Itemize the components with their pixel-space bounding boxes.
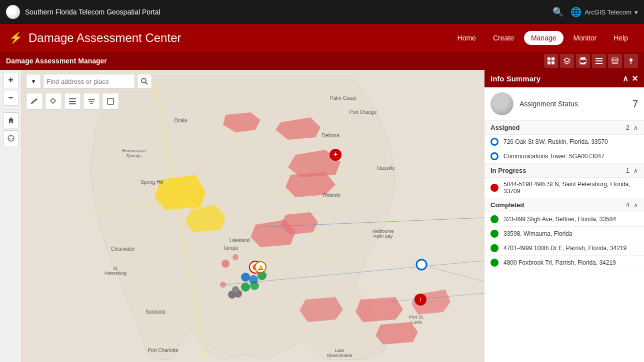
nav-manage[interactable]: Manage <box>524 31 564 45</box>
svg-marker-50 <box>356 297 403 322</box>
list-tool-button[interactable] <box>64 93 81 110</box>
section-chevron-assigned[interactable]: ∧ <box>634 124 638 131</box>
svg-point-15 <box>630 58 632 61</box>
section-header-inprogress[interactable]: In Progress 1 ∧ <box>484 164 644 178</box>
svg-text:Port St.: Port St. <box>409 315 424 320</box>
map-svg: + ! ! <box>22 70 484 362</box>
section-chevron-completed[interactable]: ∧ <box>634 202 638 209</box>
svg-rect-12 <box>612 58 618 60</box>
dot-completed-0 <box>490 215 498 223</box>
status-avatar <box>490 92 514 115</box>
search-dropdown-button[interactable]: ▾ <box>26 74 41 89</box>
search-input-wrap <box>43 74 135 89</box>
app-header-left: ⚡ Damage Assessment Center <box>9 31 181 45</box>
svg-rect-3 <box>552 61 554 64</box>
svg-text:Sarasota: Sarasota <box>146 309 166 315</box>
pin-icon-btn[interactable] <box>624 54 638 68</box>
info-section-assigned: Assigned 2 ∧ 726 Oak St SW, Ruskin, Flor… <box>484 121 644 164</box>
zoom-out-button[interactable]: − <box>3 90 19 106</box>
nav-help[interactable]: Help <box>606 31 635 45</box>
assignment-status-row: Assignment Status 7 <box>484 87 644 121</box>
svg-rect-10 <box>596 60 602 61</box>
zoom-in-button[interactable]: + <box>3 72 19 88</box>
svg-rect-0 <box>548 57 550 60</box>
section-chevron-inprogress[interactable]: ∧ <box>634 167 638 174</box>
stack-icon-btn[interactable] <box>608 54 622 68</box>
section-count-completed: 4 <box>626 201 630 209</box>
svg-point-69 <box>241 273 250 282</box>
select-tool-button[interactable] <box>45 93 62 110</box>
svg-point-23 <box>142 78 146 83</box>
info-panel-collapse-button[interactable]: ∧ <box>622 74 628 83</box>
dropdown-arrow-icon: ▾ <box>32 78 35 85</box>
info-panel: Info Summary ∧ ✕ Assignment Status 7 Ass… <box>484 70 644 362</box>
item-text-assigned-1: Communications Tower: 5GA0073047 <box>504 153 604 160</box>
chevron-down-icon: ▾ <box>634 8 638 16</box>
dot-completed-2 <box>490 244 498 252</box>
app-logo <box>6 5 20 19</box>
filter-tool-button[interactable] <box>83 93 100 110</box>
info-item-inprogress-0[interactable]: 5044-5198 49th St N, Saint Petersburg, F… <box>484 178 644 198</box>
info-item-completed-1[interactable]: 33598, Wimauma, Florida <box>484 227 644 241</box>
dot-completed-3 <box>490 259 498 267</box>
assignment-status-count: 7 <box>632 98 638 110</box>
svg-text:Orlando: Orlando <box>322 193 340 198</box>
left-toolbar: + − <box>0 70 22 362</box>
search-input[interactable] <box>46 78 132 85</box>
svg-rect-9 <box>596 58 602 59</box>
item-text-inprogress-0: 5044-5198 49th St N, Saint Petersburg, F… <box>504 181 638 195</box>
grid-icon-btn[interactable] <box>544 54 558 68</box>
item-text-assigned-0: 726 Oak St SW, Ruskin, Florida, 33570 <box>504 138 608 145</box>
nav-home[interactable]: Home <box>450 31 483 45</box>
svg-marker-4 <box>564 58 570 62</box>
svg-rect-8 <box>581 62 584 63</box>
info-section-inprogress: In Progress 1 ∧ 5044-5198 49th St N, Sai… <box>484 164 644 198</box>
info-item-completed-0[interactable]: 323-899 Sligh Ave, Seffner, Florida, 335… <box>484 212 644 227</box>
info-item-assigned-0[interactable]: 726 Oak St SW, Ruskin, Florida, 33570 <box>484 135 644 149</box>
svg-point-72 <box>241 283 250 292</box>
dot-completed-1 <box>490 230 498 238</box>
svg-rect-2 <box>548 61 550 64</box>
svg-text:Lake: Lake <box>334 348 344 353</box>
info-panel-close-button[interactable]: ✕ <box>632 74 638 83</box>
svg-point-63 <box>222 260 230 268</box>
item-text-completed-2: 4701-4999 100th Dr E, Parrish, Florida, … <box>504 245 626 252</box>
print-icon-btn[interactable] <box>576 54 590 68</box>
map-background: ▾ <box>22 70 484 362</box>
manager-bar: Damage Assessment Manager <box>0 52 644 70</box>
svg-point-65 <box>220 282 226 288</box>
info-item-assigned-1[interactable]: Communications Tower: 5GA0073047 <box>484 149 644 163</box>
section-count-assigned: 2 <box>626 124 630 131</box>
app-header-icon: ⚡ <box>9 31 22 44</box>
top-bar: Southern Florida Telecom Geospatial Port… <box>0 0 644 24</box>
svg-rect-13 <box>612 60 618 62</box>
search-icon[interactable]: 🔍 <box>552 6 564 17</box>
assignment-status-label: Assignment Status <box>520 100 626 108</box>
svg-text:Lucie: Lucie <box>411 320 422 325</box>
map-area[interactable]: ▾ <box>22 70 484 362</box>
info-item-completed-2[interactable]: 4701-4999 100th Dr E, Parrish, Florida, … <box>484 241 644 256</box>
draw-tool-button[interactable] <box>26 93 43 110</box>
svg-rect-37 <box>108 98 114 104</box>
svg-text:Palm Bay: Palm Bay <box>374 234 393 239</box>
svg-point-26 <box>51 99 55 103</box>
section-header-assigned[interactable]: Assigned 2 ∧ <box>484 121 644 135</box>
svg-point-73 <box>250 281 259 290</box>
search-submit-button[interactable] <box>137 74 152 89</box>
list-icon-btn[interactable] <box>592 54 606 68</box>
compass-button[interactable] <box>3 130 19 146</box>
nav-monitor[interactable]: Monitor <box>566 31 604 45</box>
dot-assigned-1 <box>490 152 498 160</box>
info-panel-controls: ∧ ✕ <box>622 74 638 83</box>
svg-marker-17 <box>8 117 14 123</box>
area-tool-button[interactable] <box>102 93 119 110</box>
nav-create[interactable]: Create <box>486 31 521 45</box>
svg-text:Port Charlotte: Port Charlotte <box>148 348 178 353</box>
home-button[interactable] <box>3 112 19 128</box>
info-item-completed-3[interactable]: 4800 Foxbrook Trl, Parrish, Florida, 342… <box>484 256 644 270</box>
top-bar-title: Southern Florida Telecom Geospatial Port… <box>25 8 160 16</box>
section-header-completed[interactable]: Completed 4 ∧ <box>484 198 644 212</box>
user-menu[interactable]: 🌐 ArcGIS Telecom ▾ <box>570 6 638 17</box>
layers-icon-btn[interactable] <box>560 54 574 68</box>
info-panel-header: Info Summary ∧ ✕ <box>484 70 644 87</box>
